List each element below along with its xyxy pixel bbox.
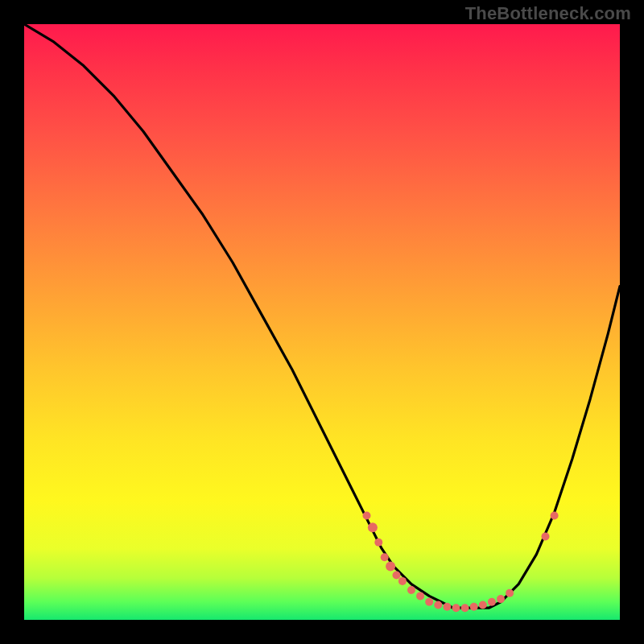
data-marker (398, 577, 407, 585)
data-marker (497, 595, 505, 603)
data-marker (416, 592, 424, 600)
data-marker (393, 572, 401, 580)
data-marker (488, 598, 496, 606)
data-marker (461, 604, 469, 612)
data-marker (386, 561, 395, 571)
data-marker (542, 532, 550, 540)
data-marker (479, 601, 487, 609)
data-marker (374, 539, 382, 547)
data-marker (381, 553, 389, 561)
data-marker (470, 603, 478, 611)
data-marker (434, 601, 442, 609)
data-marker (363, 512, 371, 520)
data-marker (407, 586, 415, 594)
data-marker (443, 603, 451, 611)
marker-group (363, 512, 559, 613)
data-marker (452, 604, 460, 612)
watermark-text: TheBottleneck.com (465, 3, 631, 24)
data-marker (368, 522, 378, 532)
data-marker (506, 589, 514, 597)
chart-frame (24, 24, 620, 620)
chart-plot-area (24, 24, 620, 620)
data-marker (425, 598, 433, 606)
chart-svg (24, 24, 620, 620)
data-marker (551, 512, 559, 520)
main-curve-path (24, 24, 620, 608)
